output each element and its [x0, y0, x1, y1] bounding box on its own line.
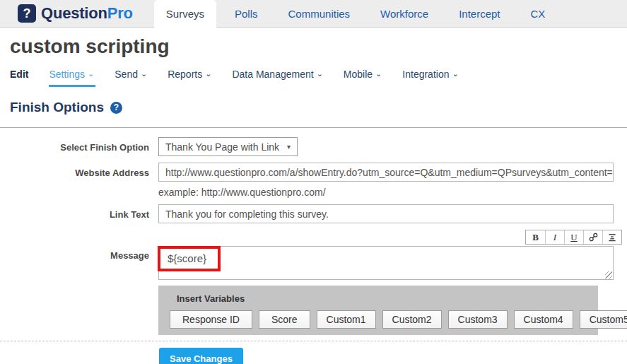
website-address-input[interactable]: http://www.questionpro.com/a/showEntry.d… [158, 163, 614, 182]
align-button[interactable] [602, 230, 621, 244]
link-text-input[interactable]: Thank you for completing this survey. [158, 204, 614, 223]
questionpro-logo-icon: ? [18, 4, 36, 23]
subnav-label: Reports [168, 69, 202, 80]
insert-custom1-button[interactable]: Custom1 [317, 310, 376, 329]
insert-custom5-button[interactable]: Custom5 [580, 310, 627, 329]
insert-score-button[interactable]: Score [259, 310, 310, 329]
save-changes-button[interactable]: Save Changes [159, 348, 243, 364]
subnav-item-integration[interactable]: Integration ⌄ [402, 69, 458, 80]
insert-variables-title: Insert Variables [177, 293, 598, 304]
align-icon [607, 233, 617, 242]
chevron-down-icon: ⌄ [88, 71, 94, 76]
chevron-down-icon: ⌄ [317, 71, 323, 76]
subnav-item-mobile[interactable]: Mobile ⌄ [344, 69, 382, 80]
chevron-down-icon: ⌄ [141, 71, 147, 76]
insert-variables-panel: Insert Variables Response ID Score Custo… [158, 286, 598, 335]
message-row: Message B I U [0, 230, 627, 280]
subnav-item-data-management[interactable]: Data Management ⌄ [232, 69, 322, 80]
resize-handle-icon[interactable] [605, 271, 612, 278]
insert-response-id-button[interactable]: Response ID [170, 310, 252, 329]
insert-custom3-button[interactable]: Custom3 [448, 310, 508, 329]
website-address-label: Website Address [0, 163, 149, 198]
subnav-label: Data Management [232, 69, 313, 80]
message-label: Message [0, 230, 149, 280]
tab-cx[interactable]: CX [519, 0, 558, 27]
insert-custom4-button[interactable]: Custom4 [514, 310, 573, 329]
chevron-down-icon: ⌄ [452, 71, 458, 76]
subnav-label: Send [115, 69, 138, 80]
subnav-label: Edit [10, 69, 28, 80]
link-icon [589, 233, 598, 242]
questionpro-wordmark: QuestionPro [41, 4, 133, 23]
insert-custom2-button[interactable]: Custom2 [382, 310, 442, 329]
section-title: Finish Options [10, 100, 104, 115]
chevron-down-icon: ⌄ [205, 71, 211, 76]
underline-button[interactable]: U [564, 230, 583, 244]
section-divider [0, 127, 627, 128]
top-navigation-bar: ? QuestionPro Surveys Polls Communities … [0, 0, 627, 28]
link-text-row: Link Text Thank you for completing this … [0, 204, 627, 223]
finish-options-form: Select Finish Option Thank You Page with… [0, 137, 627, 364]
tab-polls[interactable]: Polls [223, 0, 270, 27]
message-format-toolbar: B I U [158, 230, 614, 245]
finish-option-select[interactable]: Thank You Page with Link ▾ [158, 137, 298, 156]
italic-button[interactable]: I [545, 230, 564, 244]
wordmark-pro: Pro [107, 4, 133, 22]
link-text-label: Link Text [0, 204, 149, 223]
tab-surveys[interactable]: Surveys [154, 0, 216, 28]
subnav-item-settings[interactable]: Settings ⌄ [49, 69, 94, 80]
finish-option-row: Select Finish Option Thank You Page with… [0, 137, 627, 156]
website-address-row: Website Address http://www.questionpro.c… [0, 163, 627, 198]
dropdown-arrow-icon: ▾ [287, 143, 291, 151]
questionpro-logo[interactable]: ? QuestionPro [18, 0, 133, 27]
subnav-label: Integration [402, 69, 449, 80]
subnav-label: Mobile [344, 69, 373, 80]
subnav-item-reports[interactable]: Reports ⌄ [168, 69, 211, 80]
tab-workforce[interactable]: Workforce [368, 0, 440, 27]
subnav-label: Settings [49, 69, 85, 80]
bold-button[interactable]: B [526, 230, 545, 244]
insert-variables-buttons: Response ID Score Custom1 Custom2 Custom… [170, 310, 598, 329]
finish-option-label: Select Finish Option [0, 137, 149, 156]
message-textarea[interactable]: ${score} [158, 246, 614, 280]
message-value: ${score} [168, 252, 206, 264]
subnav-item-edit[interactable]: Edit [10, 69, 28, 80]
tab-intercept[interactable]: Intercept [447, 0, 512, 27]
section-header: Finish Options ? [10, 100, 627, 115]
help-icon[interactable]: ? [110, 102, 122, 114]
wordmark-question: Question [41, 4, 107, 22]
survey-subnav: Edit Settings ⌄ Send ⌄ Reports ⌄ Data Ma… [10, 69, 627, 80]
annotation-red-box: ${score} [158, 246, 221, 271]
insert-link-button[interactable] [583, 230, 602, 244]
tab-communities[interactable]: Communities [276, 0, 363, 27]
product-tabs: Surveys Polls Communities Workforce Inte… [154, 0, 564, 27]
dashed-divider [0, 341, 627, 341]
finish-option-selected-value: Thank You Page with Link [165, 141, 279, 153]
page-title: custom scripting [10, 35, 627, 58]
website-address-example: example: http://www.questionpro.com/ [158, 187, 614, 198]
subnav-item-send[interactable]: Send ⌄ [115, 69, 147, 80]
chevron-down-icon: ⌄ [375, 71, 382, 76]
